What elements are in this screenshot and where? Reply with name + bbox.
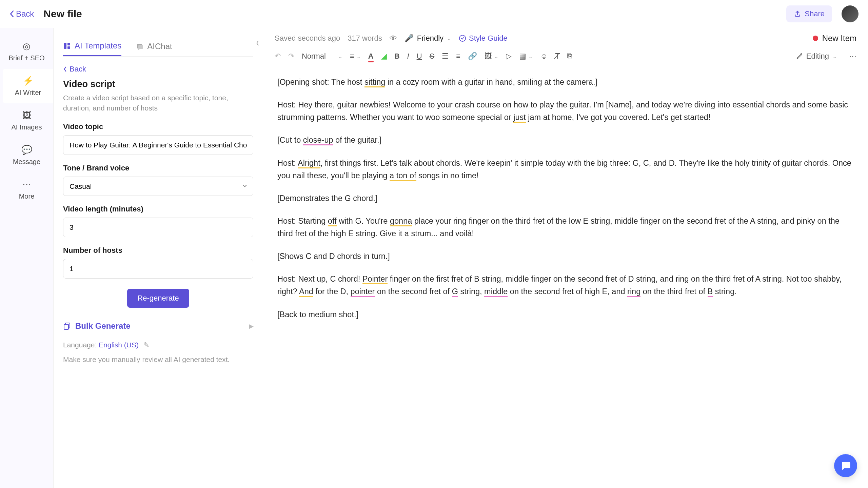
image-icon: 🖼 xyxy=(22,110,31,121)
avatar[interactable] xyxy=(842,5,859,22)
editing-mode[interactable]: Editing ⌄ xyxy=(796,52,837,61)
chat-icon xyxy=(136,42,144,50)
file-title: New file xyxy=(43,8,82,20)
select-tone[interactable]: Casual xyxy=(63,177,253,196)
rail-ai-images[interactable]: 🖼 AI Images xyxy=(0,103,53,138)
video-button[interactable]: ▷ xyxy=(506,52,512,61)
label-topic: Video topic xyxy=(63,122,253,131)
rail-message[interactable]: 💬 Message xyxy=(0,138,53,172)
disclaimer: Make sure you manually review all AI gen… xyxy=(63,354,253,364)
label-hosts: Number of hosts xyxy=(63,246,253,255)
panel-title: Video script xyxy=(63,79,253,89)
input-hosts[interactable] xyxy=(63,259,253,279)
mic-icon: 🎤 xyxy=(405,34,414,43)
target-icon: ◎ xyxy=(23,41,31,52)
templates-icon xyxy=(63,42,71,50)
chat-launcher[interactable] xyxy=(834,454,857,477)
panel-back-label: Back xyxy=(70,65,86,74)
chat-icon xyxy=(840,460,851,471)
bold-button[interactable]: B xyxy=(394,52,400,61)
tab-aichat[interactable]: AIChat xyxy=(136,36,172,56)
tab-ai-templates[interactable]: AI Templates xyxy=(63,36,121,56)
upload-icon xyxy=(794,10,801,18)
rail-label: More xyxy=(19,192,35,200)
chevron-left-icon xyxy=(63,66,67,72)
copy-icon xyxy=(63,322,71,330)
regenerate-button[interactable]: Re-generate xyxy=(127,289,189,308)
back-label: Back xyxy=(16,9,34,19)
dots-icon: ⋯ xyxy=(22,179,31,190)
text-color-button[interactable]: A xyxy=(368,52,374,61)
edit-icon[interactable]: ✎ xyxy=(143,341,150,349)
label-length: Video length (minutes) xyxy=(63,205,253,214)
rail-more[interactable]: ⋯ More xyxy=(0,172,53,207)
tone-label: Friendly xyxy=(417,34,443,43)
bulk-label: Bulk Generate xyxy=(75,321,131,331)
emoji-button[interactable]: ☺ xyxy=(540,52,548,61)
new-item-label: New Item xyxy=(822,34,856,43)
more-button[interactable]: ⋯ xyxy=(849,52,856,61)
svg-rect-2 xyxy=(67,46,70,49)
chevron-left-icon xyxy=(255,40,259,46)
svg-rect-0 xyxy=(64,43,66,49)
check-circle-icon xyxy=(459,35,466,42)
number-list-button[interactable]: ≡ xyxy=(456,52,460,61)
panel-desc: Create a video script based on a specifi… xyxy=(63,93,253,114)
eye-icon[interactable]: 👁 xyxy=(390,34,397,43)
clear-format-button[interactable]: T̸ xyxy=(555,52,560,61)
style-guide[interactable]: Style Guide xyxy=(459,34,508,43)
label-tone: Tone / Brand voice xyxy=(63,164,253,172)
tab-label: AIChat xyxy=(147,42,172,51)
link-button[interactable]: 🔗 xyxy=(468,52,477,61)
bolt-icon: ⚡ xyxy=(23,76,34,86)
svg-rect-4 xyxy=(64,324,68,329)
undo-button[interactable]: ↶ xyxy=(275,52,281,61)
share-button[interactable]: Share xyxy=(786,5,832,22)
redo-button[interactable]: ↷ xyxy=(288,52,294,61)
play-icon: ▸ xyxy=(249,321,253,331)
svg-point-5 xyxy=(459,35,466,41)
status-dot-icon xyxy=(813,36,818,41)
rail-label: Brief + SEO xyxy=(8,54,44,62)
rail-label: AI Writer xyxy=(15,89,41,97)
tone-selector[interactable]: 🎤 Friendly ⌄ xyxy=(405,34,451,43)
pencil-icon xyxy=(796,53,803,60)
rail-brief-seo[interactable]: ◎ Brief + SEO xyxy=(0,34,53,69)
bulk-generate[interactable]: Bulk Generate ▸ xyxy=(63,317,253,335)
underline-button[interactable]: U xyxy=(417,52,422,61)
document-body[interactable]: [Opening shot: The host sitting in a coz… xyxy=(263,67,868,488)
new-item[interactable]: New Item xyxy=(813,34,856,43)
save-status: Saved seconds ago xyxy=(275,34,340,43)
input-topic[interactable] xyxy=(63,135,253,155)
svg-rect-1 xyxy=(67,43,70,45)
chevron-down-icon: ⌄ xyxy=(832,53,837,60)
chevron-left-icon xyxy=(9,10,14,18)
input-length[interactable] xyxy=(63,218,253,237)
align-button[interactable]: ≡ ⌄ xyxy=(350,52,361,61)
language-link[interactable]: English (US) xyxy=(99,341,139,349)
left-rail: ◎ Brief + SEO ⚡ AI Writer 🖼 AI Images 💬 … xyxy=(0,28,54,488)
italic-button[interactable]: I xyxy=(407,52,409,61)
language-row: Language: English (US) ✎ xyxy=(63,341,253,349)
style-guide-label: Style Guide xyxy=(469,34,508,43)
share-label: Share xyxy=(805,9,825,18)
panel-back[interactable]: Back xyxy=(63,65,253,74)
bullet-list-button[interactable]: ☰ xyxy=(442,52,449,61)
back-nav[interactable]: Back xyxy=(9,9,34,19)
table-button[interactable]: ▦ ⌄ xyxy=(519,52,533,61)
rail-ai-writer[interactable]: ⚡ AI Writer xyxy=(3,69,53,103)
tab-label: AI Templates xyxy=(75,41,121,50)
comment-button[interactable]: ⎘ xyxy=(567,52,572,61)
rail-label: Message xyxy=(13,158,40,166)
rail-label: AI Images xyxy=(11,123,42,131)
image-button[interactable]: 🖼 ⌄ xyxy=(485,52,498,61)
message-icon: 💬 xyxy=(21,145,32,155)
highlight-button[interactable]: ◢ xyxy=(381,52,387,61)
strike-button[interactable]: S xyxy=(430,52,435,61)
chevron-down-icon: ⌄ xyxy=(447,35,451,42)
chevron-down-icon: ⌄ xyxy=(338,53,342,60)
style-dropdown[interactable]: Normal ⌄ xyxy=(302,52,342,61)
word-count: 317 words xyxy=(348,34,382,43)
collapse-panel[interactable] xyxy=(251,37,263,49)
